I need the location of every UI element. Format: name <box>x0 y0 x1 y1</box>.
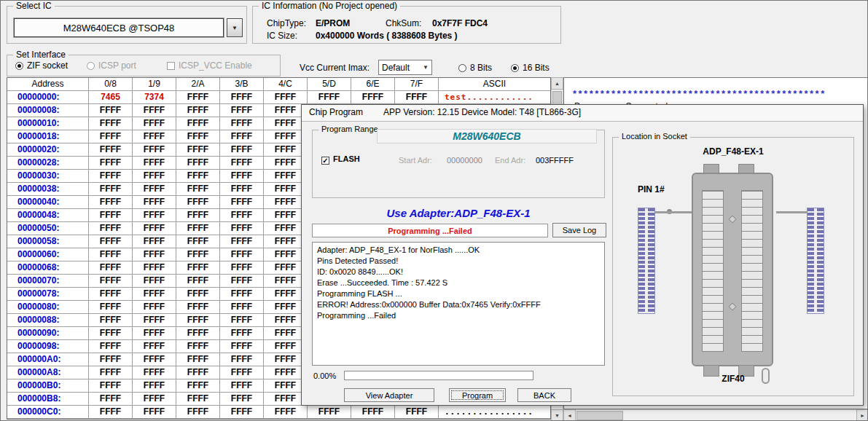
hex-cell[interactable]: FFFF <box>176 130 220 143</box>
hex-cell[interactable]: FFFF <box>176 104 220 117</box>
hex-cell[interactable]: FFFF <box>133 275 176 288</box>
hex-cell[interactable]: FFFF <box>176 366 220 379</box>
hex-cell[interactable]: FFFF <box>89 235 133 248</box>
hex-cell[interactable]: FFFF <box>89 406 133 419</box>
hex-cell[interactable]: FFFF <box>89 275 133 288</box>
bits-16-radio[interactable]: 16 Bits <box>511 63 550 73</box>
scroll-right-button[interactable]: ► <box>856 409 868 421</box>
scroll-down-button[interactable]: ▼ <box>551 409 563 421</box>
hex-cell[interactable]: FFFF <box>176 117 220 130</box>
hex-cell[interactable]: FFFF <box>89 157 133 170</box>
hex-cell[interactable]: FFFF <box>220 301 264 314</box>
hex-cell[interactable]: FFFF <box>133 379 176 393</box>
h-scroll-thumb[interactable] <box>576 411 623 420</box>
hex-cell[interactable]: FFFF <box>220 340 264 353</box>
icsp-vcc-checkbox[interactable]: ICSP_VCC Enable <box>167 60 252 71</box>
hex-cell[interactable]: FFFF <box>220 117 264 130</box>
hex-cell[interactable]: FFFF <box>220 275 264 288</box>
hex-cell[interactable]: FFFF <box>395 406 439 419</box>
hex-cell[interactable]: FFFF <box>176 196 220 209</box>
hex-cell[interactable]: FFFF <box>89 196 133 209</box>
hex-cell[interactable]: FFFF <box>220 104 264 117</box>
hex-cell[interactable]: FFFF <box>264 91 308 104</box>
hex-cell[interactable]: FFFF <box>133 366 176 379</box>
hex-cell[interactable]: FFFF <box>220 91 264 104</box>
hex-cell[interactable]: FFFF <box>89 314 133 327</box>
hex-cell[interactable]: FFFF <box>89 183 133 196</box>
hex-cell[interactable]: FFFF <box>176 353 220 366</box>
hex-cell[interactable]: FFFF <box>89 130 133 143</box>
hex-cell[interactable]: FFFF <box>220 235 264 248</box>
hex-cell[interactable]: FFFF <box>220 130 264 143</box>
hex-cell[interactable]: FFFF <box>176 209 220 222</box>
hex-cell[interactable]: FFFF <box>89 248 133 261</box>
hex-cell[interactable]: FFFF <box>133 130 176 143</box>
hex-cell[interactable]: FFFF <box>176 248 220 261</box>
ic-combobox[interactable]: M28W640ECB @TSOP48 <box>14 18 224 37</box>
hex-cell[interactable]: FFFF <box>133 183 176 196</box>
hex-cell[interactable]: FFFF <box>308 406 351 419</box>
hex-cell[interactable]: FFFF <box>89 366 133 379</box>
hex-cell[interactable]: FFFF <box>89 379 133 393</box>
hex-cell[interactable]: FFFF <box>89 209 133 222</box>
hex-cell[interactable]: FFFF <box>89 288 133 301</box>
hex-cell[interactable]: FFFF <box>133 222 176 235</box>
hex-cell[interactable]: FFFF <box>176 261 220 275</box>
hex-cell[interactable]: 7374 <box>133 91 176 104</box>
vcc-combobox[interactable]: Default ▼ <box>378 60 432 75</box>
hex-cell[interactable]: FFFF <box>351 406 395 419</box>
bits-8-radio[interactable]: 8 Bits <box>458 63 492 73</box>
hex-cell[interactable]: FFFF <box>133 170 176 183</box>
hex-cell[interactable]: FFFF <box>176 379 220 393</box>
hex-cell[interactable]: FFFF <box>89 117 133 130</box>
hex-cell[interactable]: FFFF <box>176 183 220 196</box>
save-log-button[interactable]: Save Log <box>552 223 606 237</box>
hex-cell[interactable]: FFFF <box>89 104 133 117</box>
program-button[interactable]: Program <box>449 388 506 402</box>
hex-cell[interactable]: FFFF <box>89 353 133 366</box>
hex-cell[interactable]: FFFF <box>220 196 264 209</box>
hex-cell[interactable]: FFFF <box>220 366 264 379</box>
hex-cell[interactable]: FFFF <box>133 261 176 275</box>
hex-cell[interactable]: FFFF <box>220 261 264 275</box>
hex-cell[interactable]: FFFF <box>220 379 264 393</box>
hex-cell[interactable]: FFFF <box>220 209 264 222</box>
hex-cell[interactable]: FFFF <box>176 157 220 170</box>
hex-cell[interactable]: FFFF <box>176 393 220 406</box>
hex-cell[interactable]: FFFF <box>220 327 264 340</box>
hex-cell[interactable]: FFFF <box>220 222 264 235</box>
hex-cell[interactable]: FFFF <box>133 209 176 222</box>
hex-cell[interactable]: FFFF <box>308 91 351 104</box>
dialog-titlebar[interactable]: Chip Program APP Version: 12.15 Device M… <box>302 105 863 122</box>
hex-cell[interactable]: FFFF <box>133 157 176 170</box>
hex-cell[interactable]: FFFF <box>89 170 133 183</box>
hex-cell[interactable]: FFFF <box>176 327 220 340</box>
hex-cell[interactable]: FFFF <box>220 248 264 261</box>
hex-cell[interactable]: FFFF <box>220 288 264 301</box>
hex-cell[interactable]: FFFF <box>351 91 395 104</box>
hex-cell[interactable]: FFFF <box>176 288 220 301</box>
hex-cell[interactable]: FFFF <box>220 353 264 366</box>
hex-cell[interactable]: FFFF <box>133 143 176 157</box>
hex-cell[interactable]: FFFF <box>176 340 220 353</box>
hex-cell[interactable]: FFFF <box>133 327 176 340</box>
hex-cell[interactable]: FFFF <box>133 301 176 314</box>
hex-cell[interactable]: FFFF <box>133 393 176 406</box>
hex-cell[interactable]: FFFF <box>133 235 176 248</box>
flash-checkbox[interactable]: ✓FLASH <box>321 154 360 165</box>
hex-cell[interactable]: FFFF <box>133 406 176 419</box>
hex-cell[interactable]: FFFF <box>133 353 176 366</box>
hex-cell[interactable]: FFFF <box>133 288 176 301</box>
hex-cell[interactable]: FFFF <box>395 91 439 104</box>
hex-cell[interactable]: FFFF <box>220 183 264 196</box>
hex-cell[interactable]: FFFF <box>176 406 220 419</box>
hex-cell[interactable]: FFFF <box>220 314 264 327</box>
ic-combobox-dropdown-button[interactable]: ▼ <box>227 18 243 37</box>
hex-cell[interactable]: FFFF <box>176 314 220 327</box>
hex-cell[interactable]: FFFF <box>264 406 308 419</box>
hex-cell[interactable]: FFFF <box>133 196 176 209</box>
scroll-up-button[interactable]: ▲ <box>551 77 563 90</box>
hex-cell[interactable]: FFFF <box>89 143 133 157</box>
hex-cell[interactable]: FFFF <box>176 143 220 157</box>
hex-cell[interactable]: FFFF <box>133 104 176 117</box>
